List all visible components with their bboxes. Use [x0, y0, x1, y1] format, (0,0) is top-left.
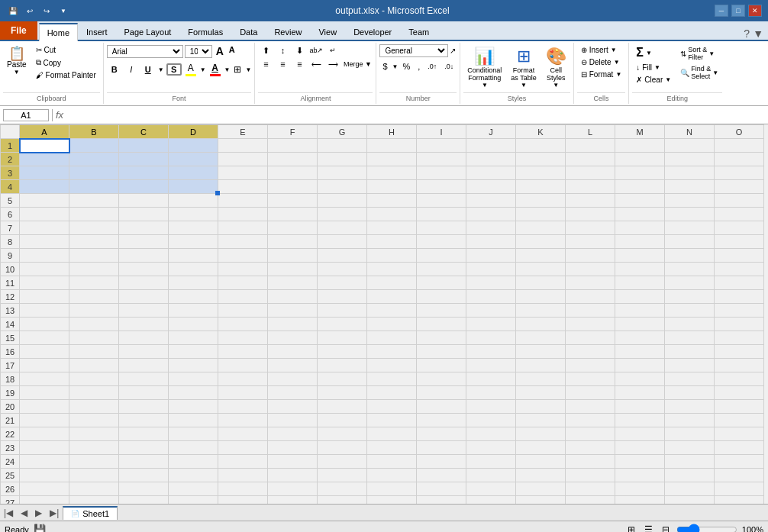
cell-H7[interactable] [367, 221, 417, 235]
row-header-9[interactable]: 9 [1, 249, 20, 263]
cell-L10[interactable] [566, 263, 615, 276]
cell-D18[interactable] [169, 372, 218, 386]
cell-G4[interactable] [318, 180, 367, 194]
cell-I5[interactable] [417, 194, 466, 208]
cell-D22[interactable] [169, 427, 218, 441]
cell-B24[interactable] [69, 455, 119, 469]
cell-H27[interactable] [367, 496, 417, 505]
cell-J27[interactable] [466, 496, 516, 505]
fill-button[interactable]: ↓ Fill ▼ [632, 62, 675, 73]
row-header-27[interactable]: 27 [1, 496, 20, 505]
cell-J13[interactable] [466, 304, 516, 318]
cell-C19[interactable] [119, 386, 169, 400]
cell-K5[interactable] [516, 194, 566, 208]
cell-M10[interactable] [615, 263, 665, 276]
cell-H10[interactable] [367, 263, 417, 276]
cell-H1[interactable] [367, 139, 417, 153]
cell-K12[interactable] [516, 290, 566, 304]
cell-I19[interactable] [417, 386, 466, 400]
cell-B22[interactable] [69, 427, 119, 441]
cell-H14[interactable] [367, 318, 417, 331]
col-header-E[interactable]: E [218, 125, 268, 139]
paste-button[interactable]: 📋 Paste ▼ [3, 44, 31, 78]
cell-L20[interactable] [566, 400, 615, 414]
tab-data[interactable]: Data [231, 23, 266, 40]
cell-B8[interactable] [69, 235, 119, 249]
cell-O22[interactable] [715, 427, 764, 441]
cell-G11[interactable] [318, 276, 367, 290]
cell-A13[interactable] [20, 304, 69, 318]
cell-C1[interactable] [119, 139, 169, 153]
cell-H5[interactable] [367, 194, 417, 208]
cell-I1[interactable] [417, 139, 466, 153]
cell-B12[interactable] [69, 290, 119, 304]
cell-B13[interactable] [69, 304, 119, 318]
cell-N25[interactable] [665, 469, 715, 482]
cell-A19[interactable] [20, 386, 69, 400]
cell-K1[interactable] [516, 139, 566, 153]
cell-B1[interactable] [69, 139, 119, 153]
cell-O24[interactable] [715, 455, 764, 469]
cell-B21[interactable] [69, 414, 119, 427]
cell-B11[interactable] [69, 276, 119, 290]
align-middle-btn[interactable]: ↕ [275, 44, 290, 56]
row-header-13[interactable]: 13 [1, 304, 20, 318]
cell-H11[interactable] [367, 276, 417, 290]
sheet-nav-last[interactable]: ▶| [46, 508, 63, 518]
tab-formulas[interactable]: Formulas [179, 23, 231, 40]
cell-H9[interactable] [367, 249, 417, 263]
cell-B19[interactable] [69, 386, 119, 400]
cell-D16[interactable] [169, 345, 218, 359]
cell-C7[interactable] [119, 221, 169, 235]
cell-O20[interactable] [715, 400, 764, 414]
cell-C3[interactable] [119, 166, 169, 180]
cell-D9[interactable] [169, 249, 218, 263]
cell-M15[interactable] [615, 331, 665, 345]
cell-N1[interactable] [665, 139, 715, 153]
cell-G2[interactable] [318, 153, 367, 166]
help-icon[interactable]: ? [744, 27, 750, 40]
cell-J1[interactable] [466, 139, 516, 153]
cell-F19[interactable] [268, 386, 318, 400]
corner-header[interactable] [1, 125, 20, 139]
cell-K20[interactable] [516, 400, 566, 414]
cell-A17[interactable] [20, 359, 69, 372]
cell-N13[interactable] [665, 304, 715, 318]
cell-D21[interactable] [169, 414, 218, 427]
cell-H13[interactable] [367, 304, 417, 318]
sort-filter-button[interactable]: ⇅ Sort &Filter ▼ [676, 44, 722, 63]
cell-H17[interactable] [367, 359, 417, 372]
cell-L9[interactable] [566, 249, 615, 263]
cell-O19[interactable] [715, 386, 764, 400]
cell-C20[interactable] [119, 400, 169, 414]
cell-E17[interactable] [218, 359, 268, 372]
cell-K15[interactable] [516, 331, 566, 345]
cell-A27[interactable] [20, 496, 69, 505]
cell-E11[interactable] [218, 276, 268, 290]
cell-H15[interactable] [367, 331, 417, 345]
cell-H8[interactable] [367, 235, 417, 249]
cell-F11[interactable] [268, 276, 318, 290]
cell-D24[interactable] [169, 455, 218, 469]
cell-C27[interactable] [119, 496, 169, 505]
tab-page-layout[interactable]: Page Layout [116, 23, 180, 40]
cell-H12[interactable] [367, 290, 417, 304]
cell-I9[interactable] [417, 249, 466, 263]
cell-O7[interactable] [715, 221, 764, 235]
cell-O21[interactable] [715, 414, 764, 427]
cell-D8[interactable] [169, 235, 218, 249]
align-center-btn[interactable]: ≡ [275, 58, 290, 70]
cell-J18[interactable] [466, 372, 516, 386]
cell-L14[interactable] [566, 318, 615, 331]
row-header-15[interactable]: 15 [1, 331, 20, 345]
cell-E16[interactable] [218, 345, 268, 359]
cell-L21[interactable] [566, 414, 615, 427]
cell-I23[interactable] [417, 441, 466, 455]
cell-D7[interactable] [169, 221, 218, 235]
cell-G9[interactable] [318, 249, 367, 263]
cell-A10[interactable] [20, 263, 69, 276]
cell-L2[interactable] [566, 153, 615, 166]
cell-O25[interactable] [715, 469, 764, 482]
cell-E10[interactable] [218, 263, 268, 276]
cell-F22[interactable] [268, 427, 318, 441]
